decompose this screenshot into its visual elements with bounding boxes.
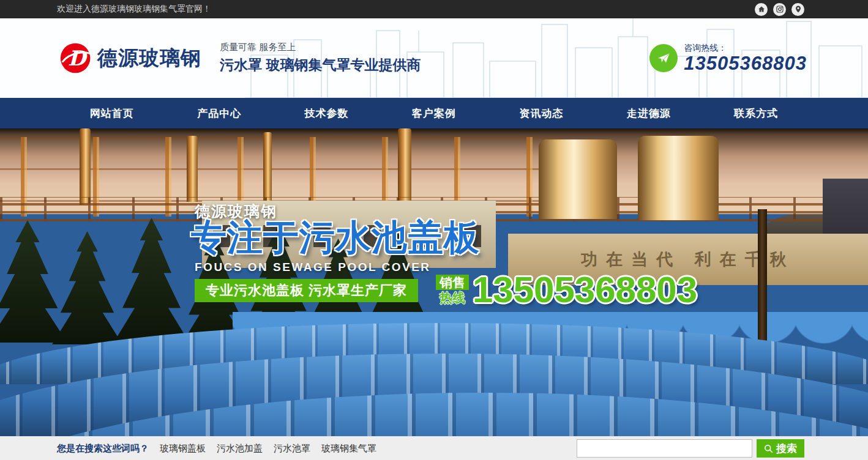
keyword-link-4[interactable]: 玻璃钢集气罩 [321, 443, 376, 454]
keyword-link-2[interactable]: 污水池加盖 [217, 443, 263, 454]
hero-sales-block: 销售 热线 13505368803 [436, 272, 697, 308]
hero-tree [52, 231, 122, 344]
nav-item-contact[interactable]: 联系方式 [728, 106, 784, 121]
site-header: D 德源玻璃钢 质量可靠 服务至上 污水罩 玻璃钢集气罩专业提供商 咨询热线： … [0, 18, 868, 98]
instagram-icon[interactable] [773, 3, 786, 16]
hero-tower [80, 128, 91, 205]
slogan-big: 污水罩 玻璃钢集气罩专业提供商 [220, 56, 421, 75]
home-icon[interactable] [755, 3, 768, 16]
location-icon[interactable] [791, 3, 804, 16]
sales-hotline-badge: 销售 热线 [436, 275, 469, 305]
social-icons [755, 3, 804, 16]
nav-item-specs[interactable]: 技术参数 [299, 106, 355, 121]
search-box: 搜索 [577, 439, 804, 458]
nav-item-cases[interactable]: 客户案例 [406, 106, 462, 121]
hotline-number: 13505368803 [684, 54, 807, 74]
hero-subheadline: FOUCS ON SEWAGE POOL COVER [195, 261, 431, 274]
logo-mark-icon: D [59, 41, 94, 75]
hero-storage-tank [539, 139, 617, 219]
hero-tree [113, 218, 190, 343]
search-bar: 您是在搜索这些词吗？ 玻璃钢盖板 污水池加盖 污水池罩 玻璃钢集气罩 搜索 [0, 436, 868, 460]
keyword-link-3[interactable]: 污水池罩 [274, 443, 310, 454]
search-question: 您是在搜索这些词吗？ [57, 443, 149, 454]
header-slogan: 质量可靠 服务至上 污水罩 玻璃钢集气罩专业提供商 [220, 42, 421, 75]
slogan-small: 质量可靠 服务至上 [220, 42, 421, 53]
paper-plane-icon [649, 44, 678, 72]
hero-tower [187, 136, 198, 202]
hero-headline: 专注于污水池盖板 [191, 214, 480, 262]
nav-item-home[interactable]: 网站首页 [84, 106, 140, 121]
hero-storage-tank [638, 136, 719, 220]
search-button-label: 搜索 [776, 442, 797, 456]
company-name: 德源玻璃钢 [97, 45, 201, 72]
hero-tower [263, 132, 272, 204]
svg-text:D: D [68, 46, 88, 70]
hero-tower [398, 128, 411, 207]
main-nav: 网站首页 产品中心 技术参数 客户案例 资讯动态 走进德源 联系方式 [0, 98, 868, 128]
hot-keywords: 玻璃钢盖板 污水池加盖 污水池罩 玻璃钢集气罩 [160, 443, 376, 454]
logo[interactable]: D 德源玻璃钢 [59, 41, 201, 75]
hero-tree [0, 220, 67, 343]
sales-phone-number: 13505368803 [473, 272, 697, 308]
nav-item-about[interactable]: 走进德源 [621, 106, 677, 121]
hero-banner: 功在当代 利在千秋 德源玻璃钢 专注于污水池盖板 FOUCS ON SEWAGE… [0, 128, 868, 436]
magnifier-icon [764, 444, 773, 453]
search-input[interactable] [577, 439, 752, 458]
nav-item-products[interactable]: 产品中心 [191, 106, 247, 121]
nav-item-news[interactable]: 资讯动态 [513, 106, 569, 121]
keyword-link-1[interactable]: 玻璃钢盖板 [160, 443, 206, 454]
search-button[interactable]: 搜索 [757, 439, 804, 458]
hero-tagline-chip[interactable]: 专业污水池盖板 污水罩生产厂家 [195, 279, 418, 302]
top-bar: 欢迎进入德源玻璃钢玻璃钢集气罩官网！ [0, 0, 868, 18]
sales-badge-line2: 热线 [436, 290, 469, 305]
hotline-block: 咨询热线： 13505368803 [649, 43, 807, 74]
welcome-text: 欢迎进入德源玻璃钢玻璃钢集气罩官网！ [57, 4, 211, 15]
sales-badge-line1: 销售 [436, 275, 469, 290]
